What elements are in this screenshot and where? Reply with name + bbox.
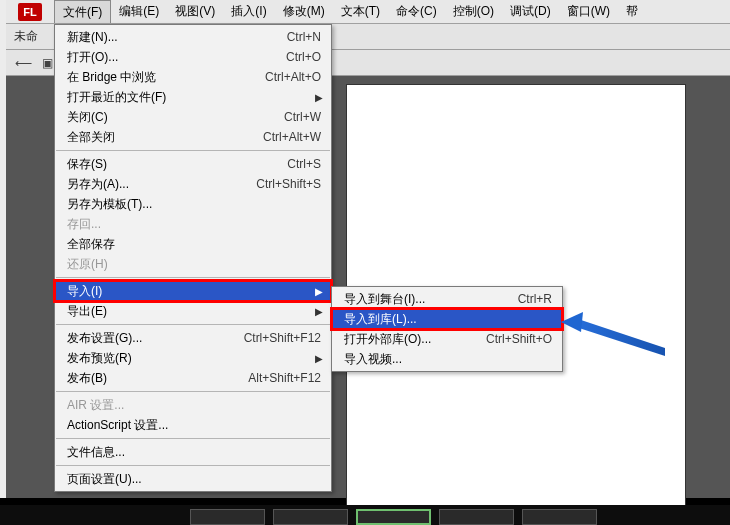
mi-page-setup-label: 页面设置(U)... (67, 471, 142, 488)
mi-save-as-label: 另存为(A)... (67, 176, 129, 193)
mi-open-external-library-label: 打开外部库(O)... (344, 331, 431, 348)
menu-insert[interactable]: 插入(I) (223, 0, 274, 23)
mi-publish[interactable]: 发布(B)Alt+Shift+F12 (55, 368, 331, 388)
mi-open-external-library-shortcut: Ctrl+Shift+O (486, 332, 552, 346)
mi-open-label: 打开(O)... (67, 49, 118, 66)
mi-open-recent-label: 打开最近的文件(F) (67, 89, 166, 106)
mi-save-as[interactable]: 另存为(A)...Ctrl+Shift+S (55, 174, 331, 194)
mi-close-label: 关闭(C) (67, 109, 108, 126)
menu-view[interactable]: 视图(V) (167, 0, 223, 23)
mi-as-settings-label: ActionScript 设置... (67, 417, 168, 434)
mi-as-settings[interactable]: ActionScript 设置... (55, 415, 331, 435)
mi-new-label: 新建(N)... (67, 29, 118, 46)
mi-publish-shortcut: Alt+Shift+F12 (248, 371, 321, 385)
menu-text[interactable]: 文本(T) (333, 0, 388, 23)
mi-close-all[interactable]: 全部关闭Ctrl+Alt+W (55, 127, 331, 147)
thumbnail[interactable] (439, 509, 514, 525)
mi-publish-settings[interactable]: 发布设置(G)...Ctrl+Shift+F12 (55, 328, 331, 348)
mi-air-settings-label: AIR 设置... (67, 397, 124, 414)
menu-edit[interactable]: 编辑(E) (111, 0, 167, 23)
logo-icon: FL (18, 3, 42, 21)
thumbnail[interactable] (522, 509, 597, 525)
menu-separator (56, 391, 330, 392)
thumbnail[interactable] (190, 509, 265, 525)
back-icon[interactable]: ⟵ (14, 54, 32, 72)
thumbnail-active[interactable] (356, 509, 431, 525)
submenu-arrow-icon: ▶ (315, 353, 323, 364)
import-submenu: 导入到舞台(I)...Ctrl+R 导入到库(L)... 打开外部库(O)...… (331, 286, 563, 372)
document-title: 未命 (14, 28, 38, 45)
menu-debug-label: 调试(D) (510, 3, 551, 20)
mi-checkin: 存回... (55, 214, 331, 234)
mi-import-video-label: 导入视频... (344, 351, 402, 368)
mi-publish-preview[interactable]: 发布预览(R)▶ (55, 348, 331, 368)
mi-import-label: 导入(I) (67, 283, 102, 300)
mi-import[interactable]: 导入(I)▶ (55, 281, 331, 301)
menu-separator (56, 438, 330, 439)
mi-new-shortcut: Ctrl+N (287, 30, 321, 44)
mi-revert-label: 还原(H) (67, 256, 108, 273)
menu-control-label: 控制(O) (453, 3, 494, 20)
mi-page-setup[interactable]: 页面设置(U)... (55, 469, 331, 489)
menu-separator (56, 277, 330, 278)
mi-open[interactable]: 打开(O)...Ctrl+O (55, 47, 331, 67)
mi-export[interactable]: 导出(E)▶ (55, 301, 331, 321)
mi-publish-label: 发布(B) (67, 370, 107, 387)
menu-commands[interactable]: 命令(C) (388, 0, 445, 23)
mi-new[interactable]: 新建(N)...Ctrl+N (55, 27, 331, 47)
file-menu-dropdown: 新建(N)...Ctrl+N 打开(O)...Ctrl+O 在 Bridge 中… (54, 24, 332, 492)
mi-save-label: 保存(S) (67, 156, 107, 173)
mi-import-to-stage[interactable]: 导入到舞台(I)...Ctrl+R (332, 289, 562, 309)
mi-save-as-template-label: 另存为模板(T)... (67, 196, 152, 213)
menu-separator (56, 150, 330, 151)
thumbnail[interactable] (273, 509, 348, 525)
menu-help-label: 帮 (626, 3, 638, 20)
menu-text-label: 文本(T) (341, 3, 380, 20)
mi-browse-bridge-shortcut: Ctrl+Alt+O (265, 70, 321, 84)
mi-browse-bridge[interactable]: 在 Bridge 中浏览Ctrl+Alt+O (55, 67, 331, 87)
menu-commands-label: 命令(C) (396, 3, 437, 20)
mi-close-all-label: 全部关闭 (67, 129, 115, 146)
menu-control[interactable]: 控制(O) (445, 0, 502, 23)
mi-import-to-library[interactable]: 导入到库(L)... (332, 309, 562, 329)
menu-insert-label: 插入(I) (231, 3, 266, 20)
menu-file[interactable]: 文件(F) (54, 0, 111, 23)
menu-view-label: 视图(V) (175, 3, 215, 20)
submenu-arrow-icon: ▶ (315, 306, 323, 317)
mi-checkin-label: 存回... (67, 216, 101, 233)
menu-modify[interactable]: 修改(M) (275, 0, 333, 23)
mi-open-external-library[interactable]: 打开外部库(O)...Ctrl+Shift+O (332, 329, 562, 349)
mi-browse-bridge-label: 在 Bridge 中浏览 (67, 69, 156, 86)
mi-save-shortcut: Ctrl+S (287, 157, 321, 171)
mi-close-all-shortcut: Ctrl+Alt+W (263, 130, 321, 144)
mi-import-to-stage-shortcut: Ctrl+R (518, 292, 552, 306)
mi-save[interactable]: 保存(S)Ctrl+S (55, 154, 331, 174)
thumbnail-strip (0, 505, 730, 525)
mi-import-to-library-label: 导入到库(L)... (344, 311, 417, 328)
submenu-arrow-icon: ▶ (315, 92, 323, 103)
menu-help[interactable]: 帮 (618, 0, 646, 23)
mi-open-recent[interactable]: 打开最近的文件(F)▶ (55, 87, 331, 107)
mi-save-all[interactable]: 全部保存 (55, 234, 331, 254)
app-logo: FL (6, 0, 54, 23)
mi-save-as-template[interactable]: 另存为模板(T)... (55, 194, 331, 214)
mi-file-info[interactable]: 文件信息... (55, 442, 331, 462)
mi-save-as-shortcut: Ctrl+Shift+S (256, 177, 321, 191)
menu-window[interactable]: 窗口(W) (559, 0, 618, 23)
mi-close-shortcut: Ctrl+W (284, 110, 321, 124)
mi-publish-settings-shortcut: Ctrl+Shift+F12 (244, 331, 321, 345)
mi-air-settings: AIR 设置... (55, 395, 331, 415)
mi-save-all-label: 全部保存 (67, 236, 115, 253)
menu-separator (56, 324, 330, 325)
mi-file-info-label: 文件信息... (67, 444, 125, 461)
mi-close[interactable]: 关闭(C)Ctrl+W (55, 107, 331, 127)
menu-debug[interactable]: 调试(D) (502, 0, 559, 23)
mi-open-shortcut: Ctrl+O (286, 50, 321, 64)
menu-window-label: 窗口(W) (567, 3, 610, 20)
mi-revert: 还原(H) (55, 254, 331, 274)
menu-file-label: 文件(F) (63, 4, 102, 21)
menu-edit-label: 编辑(E) (119, 3, 159, 20)
mi-import-video[interactable]: 导入视频... (332, 349, 562, 369)
mi-publish-preview-label: 发布预览(R) (67, 350, 132, 367)
mi-export-label: 导出(E) (67, 303, 107, 320)
